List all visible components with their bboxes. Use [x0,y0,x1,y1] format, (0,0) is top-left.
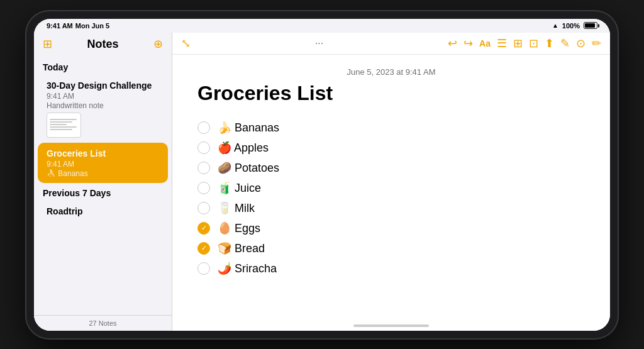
more-options-icon[interactable]: ··· [315,38,323,49]
note-date: June 5, 2023 at 9:41 AM [197,67,585,77]
sidebar-footer: 27 Notes [34,315,172,331]
note-time: 9:41 AM [47,160,159,169]
list-item[interactable]: ✓ 🥚 Eggs [197,218,585,238]
status-date: Mon Jun 5 [75,22,109,30]
add-note-button[interactable]: ⊕ [153,38,163,50]
markup-icon[interactable]: ✎ [560,36,570,50]
list-item[interactable]: ✓ 🍞 Bread [197,238,585,258]
checkbox-eggs[interactable]: ✓ [197,222,210,235]
note-item-design-challenge[interactable]: 30-Day Design Challenge 9:41 AM Handwrit… [38,75,168,143]
note-thumbnail [47,113,81,138]
note-area[interactable]: June 5, 2023 at 9:41 AM Groceries List 🍌… [172,55,610,322]
note-item-groceries[interactable]: Groceries List 9:41 AM 🍌 Bananas [38,143,168,183]
bubble-icon[interactable]: ⊙ [576,36,586,50]
note-preview: 🍌 Bananas [47,169,159,178]
app-body: ⊞ Notes ⊕ Today 30-Day Design Challenge … [34,33,610,331]
status-bar: 9:41 AM Mon Jun 5 ▲ 100% [34,19,610,33]
ipad-frame: 9:41 AM Mon Jun 5 ▲ 100% ⊞ Notes ⊕ [26,11,618,338]
main-content: ⤡ ··· ↩ ↪ Aa ☰ ⊞ ⊡ ⬆ ✎ ⊙ [172,33,610,331]
item-milk: 🥛 Milk [218,201,255,215]
item-sriracha: 🌶️ Sriracha [218,262,277,275]
item-apples: 🍎 Apples [218,141,269,155]
sidebar-header: ⊞ Notes ⊕ [34,33,172,55]
sidebar-title: Notes [52,38,153,51]
checkbox-potatoes[interactable] [197,162,210,174]
format-text-icon[interactable]: Aa [479,38,491,48]
redo-icon[interactable]: ↪ [464,36,473,50]
note-time: 9:41 AM [47,92,159,101]
checkbox-apples[interactable] [197,141,210,154]
battery-icon [584,22,597,29]
list-item[interactable]: 🍌 Bananas [197,118,585,138]
list-item[interactable]: 🌶️ Sriracha [197,258,585,279]
checklist-icon[interactable]: ☰ [497,36,507,50]
toolbar: ⤡ ··· ↩ ↪ Aa ☰ ⊞ ⊡ ⬆ ✎ ⊙ [172,33,610,55]
battery-fill [585,23,595,28]
item-eggs: 🥚 Eggs [218,221,260,235]
item-bananas: 🍌 Bananas [218,121,279,135]
camera-icon[interactable]: ⊡ [529,36,538,50]
section-previous: Previous 7 Days [34,183,172,201]
item-bread: 🍞 Bread [218,241,265,255]
item-juice: 🧃 Juice [218,181,261,195]
toolbar-center: ··· [198,38,440,49]
compose-icon[interactable]: ✏ [592,36,601,50]
toolbar-right: ↩ ↪ Aa ☰ ⊞ ⊡ ⬆ ✎ ⊙ ✏ [448,36,601,50]
checkbox-juice[interactable] [197,182,210,194]
note-item-roadtrip[interactable]: Roadtrip [38,201,168,222]
battery-percent: 100% [562,22,580,30]
share-icon[interactable]: ⬆ [545,36,554,50]
status-time: 9:41 AM [47,22,73,30]
note-title: Groceries List [47,148,159,159]
wifi-icon: ▲ [552,22,558,29]
status-left: 9:41 AM Mon Jun 5 [47,22,109,30]
sidebar-content[interactable]: Today 30-Day Design Challenge 9:41 AM Ha… [34,55,172,315]
checkbox-bread[interactable]: ✓ [197,242,210,255]
checkbox-sriracha[interactable] [197,262,210,275]
item-potatoes: 🥔 Potatoes [218,161,279,175]
list-item[interactable]: 🥔 Potatoes [197,158,585,178]
note-title: Roadtrip [47,206,159,217]
list-item[interactable]: 🍎 Apples [197,138,585,158]
checkbox-milk[interactable] [197,202,210,214]
section-today: Today [34,57,172,75]
sidebar: ⊞ Notes ⊕ Today 30-Day Design Challenge … [34,33,172,331]
sidebar-toggle-button[interactable]: ⊞ [43,38,52,50]
list-item[interactable]: 🥛 Milk [197,198,585,218]
collapse-icon[interactable]: ⤡ [181,36,191,50]
note-heading: Groceries List [197,82,585,105]
note-preview: Handwritten note [47,101,159,110]
checklist: 🍌 Bananas 🍎 Apples 🥔 Potatoes [197,118,585,279]
checkbox-bananas[interactable] [197,121,210,134]
toolbar-left: ⤡ [181,36,191,50]
table-icon[interactable]: ⊞ [513,36,523,50]
list-item[interactable]: 🧃 Juice [197,178,585,198]
note-title: 30-Day Design Challenge [47,80,159,91]
home-indicator [353,324,429,327]
ipad-screen: 9:41 AM Mon Jun 5 ▲ 100% ⊞ Notes ⊕ [34,19,610,331]
undo-icon[interactable]: ↩ [448,36,457,50]
status-right: ▲ 100% [552,22,597,30]
